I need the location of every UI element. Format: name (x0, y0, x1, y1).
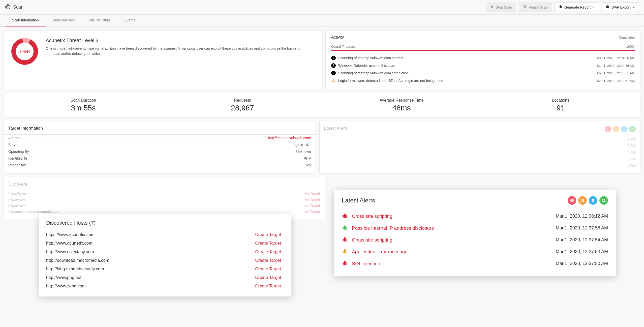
stop-scan-label: Stop Scan (496, 5, 512, 9)
activity-card: Activity Completed Overall Progress 100%… (325, 30, 641, 89)
threat-level-label: HIGH (20, 49, 30, 54)
badge-low[interactable]: 8 (589, 196, 597, 205)
event-text: Login forms were detected but LSR or Aut… (338, 79, 595, 83)
waf-export-button[interactable]: WAF Export ▼ (602, 3, 639, 12)
target-info-title: Target Information (4, 126, 316, 134)
svg-line-14 (343, 215, 344, 216)
alert-row[interactable]: Possible internal IP address disclosureM… (342, 222, 608, 223)
threat-title: Acunetix Threat Level 3 (46, 38, 315, 43)
event-time: Mar 1, 2020, 12:38:51 AM (597, 79, 635, 83)
activity-status: Completed (619, 36, 635, 39)
alerts-popup-title: Latest Alerts (342, 197, 375, 204)
bug-icon (342, 213, 348, 220)
tabs: Scan Information Vulnerabilities Site St… (0, 15, 644, 27)
generate-report-button[interactable]: Generate Report ▼ (555, 3, 599, 12)
alert-name: Cross site scripting (352, 214, 552, 219)
pause-scan-button: Pause Scan (519, 3, 552, 12)
svg-line-18 (343, 217, 344, 218)
alert-row[interactable]: Cross site scriptingMar 1, 2020, 12:38:1… (342, 210, 608, 222)
badge-low (621, 126, 628, 132)
topbar: Scan Stop Scan Pause Scan Generate Repor… (0, 0, 644, 15)
event-item: iWindows Defender used in this scanMar 1… (331, 62, 635, 69)
alert-bg-time: 2 AM (628, 137, 636, 141)
svg-rect-3 (491, 6, 493, 8)
tab-events[interactable]: Events (117, 15, 142, 26)
svg-line-17 (346, 216, 347, 217)
latest-alerts-popup: Latest Alerts 40 51 8 21 Cross site scri… (334, 190, 616, 223)
pause-scan-label: Pause Scan (529, 5, 548, 9)
badge-medium (613, 126, 620, 132)
stat-duration: Scan Duration 3m 55s (4, 93, 163, 117)
pause-icon (523, 5, 527, 9)
badge-info[interactable]: 21 (599, 196, 608, 205)
event-text: Scanning of testphp.vulnweb.com started (338, 56, 595, 60)
stat-label: Requests (168, 98, 317, 103)
target-row: Addresshttp://testphp.vulnweb.com/ (4, 134, 316, 141)
event-text: Scanning of testphp.vulnweb.com complete… (338, 71, 595, 75)
dropdown-icon: ▼ (593, 6, 595, 9)
stat-value: 28,967 (168, 104, 317, 112)
progress-label: Overall Progress (331, 45, 356, 48)
svg-rect-4 (524, 5, 525, 8)
event-item: Login forms were detected but LSR or Aut… (331, 77, 635, 84)
tab-site-structure[interactable]: Site Structure (82, 15, 117, 26)
target-value: Unknown (296, 150, 311, 154)
latest-alerts-bg-title: Latest Alerts (324, 126, 636, 131)
progress-bar (331, 50, 635, 51)
alert-bg-row: 4 AM (324, 149, 636, 156)
svg-point-2 (7, 6, 8, 7)
target-value: PHP (304, 156, 311, 160)
target-key: Address (8, 136, 21, 140)
target-row: ResponsiveYes (4, 162, 316, 168)
discovered-bg-title: Discovere (8, 182, 320, 187)
tab-scan-information[interactable]: Scan Information (5, 15, 46, 26)
target-row: Operating SyUnknown (4, 148, 316, 155)
svg-point-13 (344, 214, 346, 215)
target-row: Servernginx/1.4.1 (4, 141, 316, 148)
target-row: Identified TePHP (4, 155, 316, 162)
events-list: iScanning of testphp.vulnweb.com started… (331, 54, 635, 84)
waf-export-label: WAF Export (611, 5, 630, 9)
target-value[interactable]: http://testphp.vulnweb.com/ (268, 136, 311, 140)
alert-bg-time: 4 AM (628, 150, 636, 154)
stat-label: Average Response Time (327, 98, 476, 103)
alert-bg-row: 8 AM (324, 142, 636, 149)
badge-high[interactable]: 40 (568, 196, 576, 205)
threat-card: HIGH Acunetix Threat Level 3 One or more… (4, 30, 322, 89)
event-time: Mar 1, 2020, 12:34:56 AM (597, 56, 635, 60)
stat-label: Locations (486, 98, 635, 103)
alert-bg-row: 3 AM (324, 156, 636, 162)
scan-icon (5, 4, 11, 10)
threat-gauge: HIGH (11, 38, 39, 65)
target-key: Server (8, 143, 19, 147)
svg-rect-11 (333, 81, 334, 82)
stat-label: Scan Duration (9, 98, 158, 103)
alert-time: Mar 1, 2020, 12:38:12 AM (556, 214, 608, 219)
svg-line-15 (346, 215, 347, 216)
stat-value: 91 (486, 104, 635, 112)
discovered-hosts-bg-card: Discovere https://wwwate Targethttp://ww… (4, 177, 325, 219)
alert-bg-row: 2 AM (324, 136, 636, 142)
target-table: Addresshttp://testphp.vulnweb.com/Server… (4, 134, 316, 168)
tab-vulnerabilities[interactable]: Vulnerabilities (46, 15, 82, 26)
host-url: http://www. (8, 197, 25, 201)
svg-line-19 (346, 217, 347, 218)
target-key: Operating Sy (8, 150, 29, 154)
info-icon: i (331, 63, 336, 68)
event-text: Windows Defender used in this scan (338, 64, 595, 68)
progress-value: 100% (626, 45, 635, 48)
document-icon (559, 5, 562, 9)
alert-bg-time: 3 AM (628, 157, 636, 161)
target-key: Identified Te (8, 156, 27, 160)
event-time: Mar 1, 2020, 12:34:56 AM (597, 64, 635, 68)
info-icon: i (331, 71, 336, 75)
alert-bg-row: 0 AM (324, 162, 636, 169)
threat-description: One or more high-severity type vulnerabi… (46, 46, 315, 56)
svg-rect-5 (525, 5, 526, 8)
create-target-bg: ate Target (304, 191, 320, 195)
badge-medium[interactable]: 51 (578, 196, 587, 205)
stop-icon (490, 5, 494, 9)
create-target-bg: ate Target (304, 210, 320, 214)
warning-icon (331, 78, 336, 83)
badge-info: 21 (629, 126, 636, 132)
